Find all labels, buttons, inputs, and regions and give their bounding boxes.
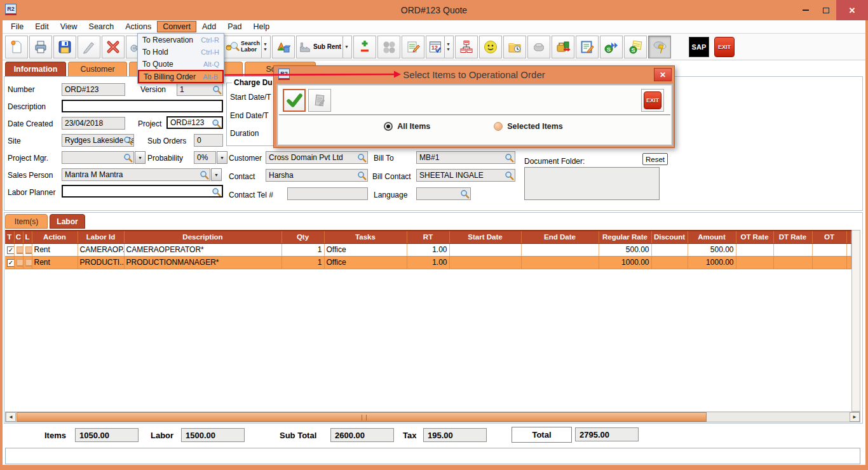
cell-regular-rate[interactable]: 500.00 [599,243,651,256]
menu-search[interactable]: Search [83,21,120,32]
col-start-date[interactable]: Start Date [449,231,521,243]
menu-help[interactable]: Help [247,21,275,32]
menu-item-to-billing-order[interactable]: To Billing Order Alt-B [138,70,224,83]
col-l[interactable]: L [23,231,32,243]
menu-view[interactable]: View [55,21,83,32]
site-lookup-icon[interactable] [123,136,133,145]
cell-end-date[interactable] [521,256,599,269]
edit-button[interactable] [78,36,100,58]
table-row-selected[interactable]: ✓ Rent PRODUCTI... PRODUCTIONMANAGER* 1 … [5,256,851,269]
dialog-close-button[interactable]: ✕ [654,68,672,81]
bill-contact-lookup-icon[interactable] [505,171,514,180]
quick-action-button[interactable] [648,36,671,58]
query-button[interactable] [377,36,400,58]
version-lookup-icon[interactable] [212,85,222,95]
language-lookup-icon[interactable] [460,189,470,199]
bill-contact-field[interactable]: SHEETAL INGALE [416,169,515,182]
sub-rent-button[interactable]: Sub Rent ▼ [296,36,352,58]
col-t[interactable]: T [5,231,14,243]
close-button[interactable]: ✕ [836,0,868,20]
menu-convert[interactable]: Convert [157,21,196,32]
cell-rt[interactable]: 1.00 [407,243,449,256]
language-field[interactable] [416,187,471,200]
description-field[interactable] [62,100,223,112]
labor-planner-lookup-icon[interactable] [212,187,221,197]
bill-to-field[interactable]: MB#1 [416,151,515,164]
billing-transfer-button[interactable]: S [600,36,623,58]
col-rt[interactable]: RT [407,231,449,243]
col-labor-id[interactable]: Labor Id [78,231,124,243]
cell-start-date[interactable] [449,243,521,256]
cell-tasks[interactable]: Office [324,243,407,256]
customer-lookup-icon[interactable] [357,153,367,163]
minimize-button[interactable] [796,0,816,20]
history-folder-button[interactable] [503,36,526,58]
tab-customer[interactable]: Customer [68,62,127,76]
menu-file[interactable]: File [5,21,29,32]
horizontal-scrollbar[interactable]: ◄ ► [5,412,860,422]
cell-ot-rate[interactable] [736,243,773,256]
labor-planner-field[interactable] [62,185,223,198]
cell-start-date[interactable] [449,256,521,269]
dialog-ok-button[interactable] [283,89,306,112]
cell-amount[interactable]: 1000.00 [688,256,736,269]
notes-button[interactable] [402,36,424,58]
hierarchy-button[interactable] [455,36,478,58]
menu-item-to-reservation[interactable]: To Reservation Ctrl-R [138,34,224,46]
cell-rt[interactable]: 1.00 [407,256,449,269]
contact-lookup-icon[interactable] [357,171,367,180]
cell-qty[interactable]: 1 [281,243,324,256]
cell-tasks[interactable]: Office [324,256,407,269]
menu-item-to-hold[interactable]: To Hold Ctrl-H [138,46,224,58]
col-end-date[interactable]: End Date [521,231,599,243]
col-c[interactable]: C [14,231,23,243]
reset-button[interactable]: Reset [642,153,668,165]
exit-button[interactable]: EXIT [714,37,735,57]
sub-rent-dropdown[interactable]: ▼ [342,36,350,58]
menu-add[interactable]: Add [196,21,222,32]
probability-field[interactable]: 0% [194,151,216,164]
cell-regular-rate[interactable]: 1000.00 [599,256,651,269]
row1-t-checkbox[interactable]: ✓ [7,246,14,254]
scrollbar-thumb[interactable] [17,412,707,422]
menu-pad[interactable]: Pad [222,21,247,32]
contact-field[interactable]: Harsha [266,169,368,182]
calendar-button[interactable]: 12 ▼▼ [426,36,454,58]
equipment-button[interactable] [552,36,574,58]
cell-description[interactable]: CAMERAOPERATOR* [124,243,281,256]
col-ot[interactable]: OT [812,231,846,243]
col-description[interactable]: Description [124,231,281,243]
sales-person-field[interactable]: Mantra M Mantra [62,168,210,181]
probability-dropdown[interactable]: ▼ [217,151,227,164]
bill-to-lookup-icon[interactable] [505,153,514,163]
project-mgr-lookup-icon[interactable] [123,153,133,163]
delete-button[interactable] [102,36,125,58]
row1-c-checkbox[interactable] [17,246,24,254]
col-action[interactable]: Action [32,231,78,243]
print-button[interactable] [29,36,52,58]
cell-discount[interactable] [651,243,688,256]
maximize-button[interactable] [816,0,836,20]
col-amount[interactable]: Amount [688,231,736,243]
radio-all-items[interactable]: All Items [384,122,430,131]
search-labor-dropdown[interactable]: ▼▼ [261,36,269,58]
cell-action[interactable]: Rent [32,243,78,256]
sales-person-lookup-icon[interactable] [200,170,209,180]
menu-actions[interactable]: Actions [119,21,157,32]
cell-ot-rate[interactable] [736,256,773,269]
scroll-right-button[interactable]: ► [850,412,860,422]
tab-items[interactable]: Item(s) [5,214,48,229]
scroll-left-button[interactable]: ◄ [6,412,16,422]
cell-description[interactable]: PRODUCTIONMANAGER* [124,256,281,269]
document-edit-button[interactable] [576,36,599,58]
invoice-money-button[interactable]: S [624,36,647,58]
cell-labor-id[interactable]: CAMERAOP... [78,243,124,256]
project-lookup-icon[interactable] [212,119,221,128]
col-tasks[interactable]: Tasks [324,231,407,243]
dialog-invoice-button[interactable] [308,89,331,112]
cell-amount[interactable]: 500.00 [688,243,736,256]
tab-information[interactable]: Information [5,62,66,76]
vertical-scrollbar[interactable] [851,230,860,412]
col-qty[interactable]: Qty [281,231,324,243]
cell-qty[interactable]: 1 [281,256,324,269]
